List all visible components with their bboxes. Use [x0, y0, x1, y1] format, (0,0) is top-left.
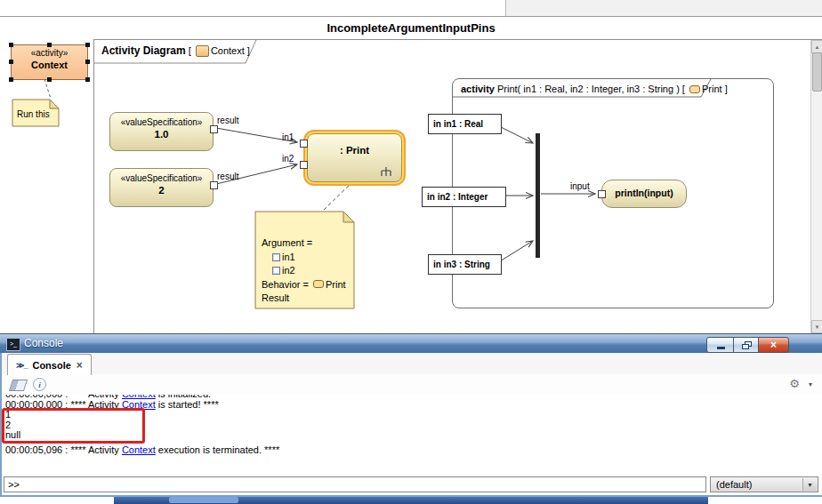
restore-icon — [742, 341, 752, 349]
diagram-name: Activity Diagram — [101, 44, 186, 57]
result-output-pin[interactable] — [210, 125, 218, 133]
selection-handle[interactable] — [9, 77, 13, 82]
run-note-fold-corner — [50, 100, 59, 108]
vertical-scrollbar[interactable]: ▲ ▼ — [810, 40, 822, 333]
pin-icon — [272, 253, 280, 261]
console-toolbar: i ⚙ ▾ — [2, 374, 822, 396]
selection-handle[interactable] — [85, 43, 90, 47]
context-activity-element[interactable]: «activity» Context — [11, 44, 88, 80]
print-call-action[interactable]: : Print — [307, 133, 402, 182]
diagram-heading: Activity Diagram [ Context ] — [101, 44, 250, 57]
behavior-icon — [689, 85, 700, 93]
run-note-label[interactable]: Run this — [17, 109, 50, 119]
console-tab-icon: ≫_ — [16, 361, 27, 370]
console-command-input[interactable] — [4, 476, 706, 492]
note-line: in2 — [272, 264, 351, 278]
result-pin-label[interactable]: result — [217, 116, 238, 125]
console-window-icon: >_ — [6, 338, 20, 351]
activity-parameter-in1[interactable]: in in1 : Real — [428, 114, 502, 134]
tab-close-icon[interactable]: × — [77, 359, 83, 372]
console-line-terminated: 00:00:05,096 : **** Activity Context exe… — [5, 445, 822, 456]
note-anchor-line[interactable] — [44, 79, 51, 99]
selection-handle[interactable] — [9, 43, 13, 47]
annotation-highlight-box — [2, 408, 145, 444]
in2-input-pin[interactable] — [300, 161, 308, 169]
selection-handle[interactable] — [9, 60, 13, 64]
selection-handle[interactable] — [47, 77, 52, 82]
selection-handle[interactable] — [85, 60, 90, 64]
result-pin-label[interactable]: result — [217, 172, 238, 181]
gear-dropdown-caret-icon[interactable]: ▾ — [809, 380, 812, 388]
selection-handle[interactable] — [47, 43, 52, 47]
note-line: Result — [262, 292, 351, 306]
context-name: Context — [12, 60, 87, 70]
value-spec-2[interactable]: «valueSpecification» 2 — [109, 168, 214, 207]
in2-pin-label[interactable]: in2 — [282, 154, 294, 164]
println-input-pin[interactable] — [598, 190, 606, 198]
rake-icon — [380, 166, 392, 177]
console-tab[interactable]: ≫_ Console × — [7, 354, 92, 375]
minimize-icon — [717, 347, 725, 349]
in1-input-pin[interactable] — [300, 140, 308, 148]
value-spec-1[interactable]: «valueSpecification» 1.0 — [109, 112, 214, 151]
context-link[interactable]: Context — [122, 444, 156, 455]
argument-note[interactable]: Argument =in1in2Behavior = PrintResult — [262, 236, 351, 306]
note-line: Behavior = Print — [262, 278, 351, 292]
input-pin-label[interactable]: input — [570, 181, 590, 191]
console-tab-bar: ≫_ Console × — [2, 353, 822, 375]
scroll-up-icon[interactable]: ▲ — [811, 40, 822, 53]
scroll-down-icon[interactable]: ▼ — [811, 320, 822, 333]
close-button[interactable]: × — [758, 337, 789, 353]
scrollbar-thumb[interactable] — [812, 52, 822, 92]
frame-heading: activity Print( in1 : Real, in2 : Intege… — [461, 84, 728, 94]
sample-title: IncompleteArgumentInputPins — [0, 16, 822, 40]
note-line: Argument = — [262, 236, 351, 251]
taskbar-button — [169, 497, 238, 503]
println-action[interactable]: println(input) — [601, 180, 687, 208]
console-window-titlebar[interactable]: >_ Console × — [0, 333, 822, 355]
note-line: in1 — [272, 251, 351, 265]
info-icon[interactable]: i — [33, 378, 46, 391]
selection-handle[interactable] — [85, 77, 90, 82]
restore-button[interactable] — [733, 337, 760, 353]
context-stereotype: «activity» — [12, 48, 87, 58]
screenshot-root: IncompleteArgumentInputPins Activity Dia… — [0, 0, 822, 504]
in1-pin-label[interactable]: in1 — [282, 132, 294, 142]
background-window-strip — [505, 0, 822, 16]
activity-parameter-in3[interactable]: in in3 : String — [428, 254, 502, 275]
result-output-pin[interactable] — [210, 181, 218, 189]
clear-console-icon[interactable] — [9, 380, 28, 391]
activity-parameter-in2[interactable]: in in2 : Integer — [422, 187, 506, 207]
minimize-button[interactable] — [706, 337, 735, 353]
join-node[interactable] — [536, 133, 540, 258]
console-window-title: Console — [24, 337, 63, 349]
behavior-icon — [313, 280, 324, 288]
console-language-dropdown[interactable]: (default) ▼ — [710, 476, 818, 492]
settings-gear-icon[interactable]: ⚙ — [789, 377, 800, 391]
activity-diagram-icon — [196, 45, 209, 57]
taskbar-strip — [114, 496, 708, 504]
console-tab-label: Console — [32, 360, 70, 371]
dropdown-value: (default) — [716, 479, 752, 490]
pin-icon — [272, 267, 280, 275]
dropdown-arrow-icon[interactable]: ▼ — [802, 478, 817, 491]
